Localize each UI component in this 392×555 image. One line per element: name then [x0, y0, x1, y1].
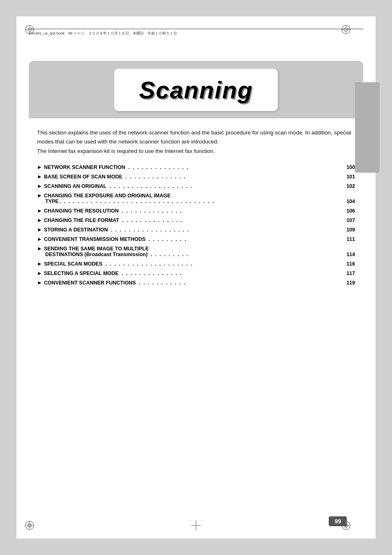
toc-arrow: ► [37, 192, 42, 199]
toc-entry-convenient-scanner: ► CONVENIENT SCANNER FUNCTIONS . . . . .… [37, 280, 355, 286]
toc-entry-resolution: ► CHANGING THE RESOLUTION . . . . . . . … [37, 208, 355, 214]
intro-text: This section explains the uses of the ne… [37, 128, 355, 156]
toc-arrow: ► [37, 261, 42, 267]
page: mxc401_us_qck.book 99 ページ ２００８年１０月１６日 木曜… [16, 16, 376, 539]
chapter-tab [355, 82, 380, 173]
toc: ► NETWORK SCANNER FUNCTION . . . . . . .… [37, 164, 355, 286]
toc-arrow: ► [37, 183, 42, 189]
toc-arrow: ► [37, 173, 42, 180]
toc-arrow: ► [37, 217, 42, 223]
toc-arrow: ► [37, 236, 42, 242]
toc-entry-convenient-transmission: ► CONVENIENT TRANSMISSION METHODS . . . … [37, 236, 355, 243]
toc-entry-base-screen: ► BASE SCREEN OF SCAN MODE . . . . . . .… [37, 173, 355, 180]
toc-entry-scanning-original: ► SCANNING AN ORIGINAL . . . . . . . . .… [37, 183, 355, 190]
toc-arrow: ► [37, 208, 42, 214]
chapter-header: Scanning [29, 61, 363, 118]
toc-arrow: ► [37, 245, 42, 252]
toc-entry-selecting-special-mode: ► SELECTING A SPECIAL MODE . . . . . . .… [37, 270, 355, 277]
toc-entry-storing-destination: ► STORING A DESTINATION . . . . . . . . … [37, 227, 355, 233]
toc-entry-network-scanner: ► NETWORK SCANNER FUNCTION . . . . . . .… [37, 164, 355, 171]
toc-arrow: ► [37, 280, 42, 286]
toc-entry-file-format: ► CHANGING THE FILE FORMAT . . . . . . .… [37, 217, 355, 224]
toc-entry-exposure: ► CHANGING THE EXPOSURE AND ORIGINAL IMA… [37, 192, 355, 205]
toc-arrow: ► [37, 270, 42, 276]
header-bar: mxc401_us_qck.book 99 ページ ２００８年１０月１６日 木曜… [29, 29, 363, 36]
toc-arrow: ► [37, 164, 42, 170]
main-content: mxc401_us_qck.book 99 ページ ２００８年１０月１６日 木曜… [16, 16, 376, 539]
toc-entry-broadcast: ► SENDING THE SAME IMAGE TO MULTIPLE DES… [37, 245, 355, 258]
chapter-title-box: Scanning [114, 69, 277, 111]
page-number-badge: 99 [329, 516, 347, 526]
toc-arrow: ► [37, 227, 42, 233]
toc-entry-special-scan-modes: ► SPECIAL SCAN MODES . . . . . . . . . .… [37, 261, 355, 267]
header-text: mxc401_us_qck.book 99 ページ ２００８年１０月１６日 木曜… [29, 31, 177, 36]
chapter-title: Scanning [139, 76, 253, 104]
page-number: 99 [334, 518, 341, 525]
